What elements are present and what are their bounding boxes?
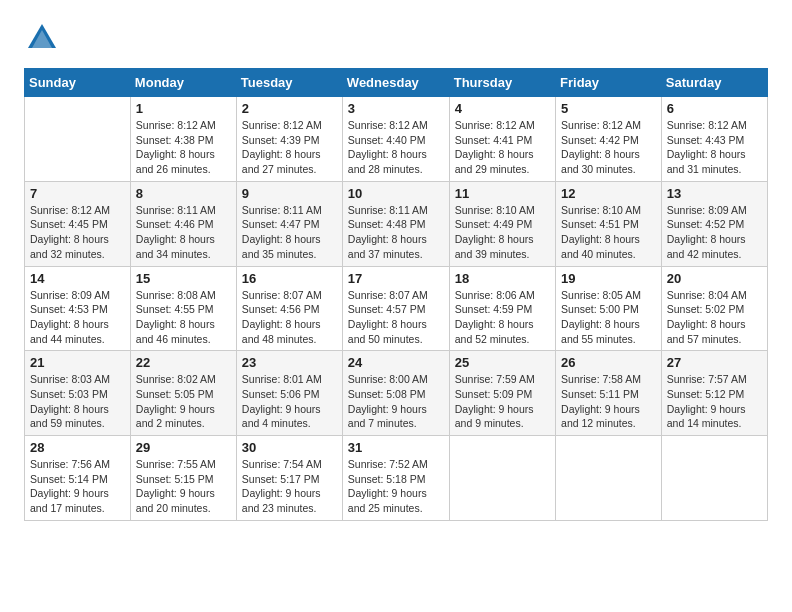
weekday-header-wednesday: Wednesday [342,69,449,97]
day-info: Sunrise: 8:12 AMSunset: 4:41 PMDaylight:… [455,118,550,177]
day-info: Sunrise: 7:56 AMSunset: 5:14 PMDaylight:… [30,457,125,516]
day-cell: 18Sunrise: 8:06 AMSunset: 4:59 PMDayligh… [449,266,555,351]
day-info: Sunrise: 8:11 AMSunset: 4:47 PMDaylight:… [242,203,337,262]
calendar-table: SundayMondayTuesdayWednesdayThursdayFrid… [24,68,768,521]
day-info: Sunrise: 8:11 AMSunset: 4:46 PMDaylight:… [136,203,231,262]
day-number: 25 [455,355,550,370]
day-info: Sunrise: 8:05 AMSunset: 5:00 PMDaylight:… [561,288,656,347]
day-number: 26 [561,355,656,370]
week-row-5: 28Sunrise: 7:56 AMSunset: 5:14 PMDayligh… [25,436,768,521]
day-number: 12 [561,186,656,201]
day-cell: 3Sunrise: 8:12 AMSunset: 4:40 PMDaylight… [342,97,449,182]
day-info: Sunrise: 8:12 AMSunset: 4:38 PMDaylight:… [136,118,231,177]
day-info: Sunrise: 7:59 AMSunset: 5:09 PMDaylight:… [455,372,550,431]
day-info: Sunrise: 8:12 AMSunset: 4:40 PMDaylight:… [348,118,444,177]
day-info: Sunrise: 8:12 AMSunset: 4:42 PMDaylight:… [561,118,656,177]
day-number: 24 [348,355,444,370]
day-number: 14 [30,271,125,286]
day-info: Sunrise: 8:12 AMSunset: 4:39 PMDaylight:… [242,118,337,177]
day-number: 11 [455,186,550,201]
day-cell: 23Sunrise: 8:01 AMSunset: 5:06 PMDayligh… [236,351,342,436]
day-info: Sunrise: 8:01 AMSunset: 5:06 PMDaylight:… [242,372,337,431]
day-cell: 24Sunrise: 8:00 AMSunset: 5:08 PMDayligh… [342,351,449,436]
day-info: Sunrise: 8:06 AMSunset: 4:59 PMDaylight:… [455,288,550,347]
week-row-2: 7Sunrise: 8:12 AMSunset: 4:45 PMDaylight… [25,181,768,266]
day-info: Sunrise: 8:10 AMSunset: 4:49 PMDaylight:… [455,203,550,262]
day-cell: 11Sunrise: 8:10 AMSunset: 4:49 PMDayligh… [449,181,555,266]
day-cell: 30Sunrise: 7:54 AMSunset: 5:17 PMDayligh… [236,436,342,521]
day-number: 10 [348,186,444,201]
day-info: Sunrise: 8:00 AMSunset: 5:08 PMDaylight:… [348,372,444,431]
day-cell: 9Sunrise: 8:11 AMSunset: 4:47 PMDaylight… [236,181,342,266]
day-info: Sunrise: 7:58 AMSunset: 5:11 PMDaylight:… [561,372,656,431]
day-info: Sunrise: 8:09 AMSunset: 4:52 PMDaylight:… [667,203,762,262]
day-cell: 16Sunrise: 8:07 AMSunset: 4:56 PMDayligh… [236,266,342,351]
day-cell [449,436,555,521]
day-cell: 6Sunrise: 8:12 AMSunset: 4:43 PMDaylight… [661,97,767,182]
day-cell [661,436,767,521]
day-info: Sunrise: 8:08 AMSunset: 4:55 PMDaylight:… [136,288,231,347]
day-cell: 5Sunrise: 8:12 AMSunset: 4:42 PMDaylight… [556,97,662,182]
day-cell [25,97,131,182]
day-info: Sunrise: 8:11 AMSunset: 4:48 PMDaylight:… [348,203,444,262]
day-info: Sunrise: 8:12 AMSunset: 4:45 PMDaylight:… [30,203,125,262]
day-info: Sunrise: 7:57 AMSunset: 5:12 PMDaylight:… [667,372,762,431]
day-cell: 13Sunrise: 8:09 AMSunset: 4:52 PMDayligh… [661,181,767,266]
day-cell [556,436,662,521]
weekday-header-saturday: Saturday [661,69,767,97]
day-cell: 4Sunrise: 8:12 AMSunset: 4:41 PMDaylight… [449,97,555,182]
day-cell: 22Sunrise: 8:02 AMSunset: 5:05 PMDayligh… [130,351,236,436]
day-info: Sunrise: 8:07 AMSunset: 4:56 PMDaylight:… [242,288,337,347]
day-cell: 17Sunrise: 8:07 AMSunset: 4:57 PMDayligh… [342,266,449,351]
day-info: Sunrise: 8:12 AMSunset: 4:43 PMDaylight:… [667,118,762,177]
day-cell: 20Sunrise: 8:04 AMSunset: 5:02 PMDayligh… [661,266,767,351]
day-info: Sunrise: 8:07 AMSunset: 4:57 PMDaylight:… [348,288,444,347]
day-info: Sunrise: 8:03 AMSunset: 5:03 PMDaylight:… [30,372,125,431]
day-number: 27 [667,355,762,370]
day-number: 22 [136,355,231,370]
day-number: 7 [30,186,125,201]
day-number: 13 [667,186,762,201]
weekday-header-sunday: Sunday [25,69,131,97]
day-number: 6 [667,101,762,116]
day-info: Sunrise: 8:10 AMSunset: 4:51 PMDaylight:… [561,203,656,262]
day-cell: 29Sunrise: 7:55 AMSunset: 5:15 PMDayligh… [130,436,236,521]
day-number: 16 [242,271,337,286]
page-header [24,20,768,56]
day-number: 1 [136,101,231,116]
day-number: 31 [348,440,444,455]
day-info: Sunrise: 8:09 AMSunset: 4:53 PMDaylight:… [30,288,125,347]
day-number: 4 [455,101,550,116]
day-cell: 12Sunrise: 8:10 AMSunset: 4:51 PMDayligh… [556,181,662,266]
weekday-header-friday: Friday [556,69,662,97]
day-number: 15 [136,271,231,286]
day-number: 21 [30,355,125,370]
logo [24,20,66,56]
logo-icon [24,20,60,56]
day-cell: 25Sunrise: 7:59 AMSunset: 5:09 PMDayligh… [449,351,555,436]
day-cell: 28Sunrise: 7:56 AMSunset: 5:14 PMDayligh… [25,436,131,521]
weekday-header-thursday: Thursday [449,69,555,97]
day-cell: 26Sunrise: 7:58 AMSunset: 5:11 PMDayligh… [556,351,662,436]
day-number: 17 [348,271,444,286]
day-cell: 21Sunrise: 8:03 AMSunset: 5:03 PMDayligh… [25,351,131,436]
day-cell: 7Sunrise: 8:12 AMSunset: 4:45 PMDaylight… [25,181,131,266]
week-row-1: 1Sunrise: 8:12 AMSunset: 4:38 PMDaylight… [25,97,768,182]
day-info: Sunrise: 8:04 AMSunset: 5:02 PMDaylight:… [667,288,762,347]
day-number: 29 [136,440,231,455]
day-info: Sunrise: 7:55 AMSunset: 5:15 PMDaylight:… [136,457,231,516]
day-number: 18 [455,271,550,286]
day-cell: 19Sunrise: 8:05 AMSunset: 5:00 PMDayligh… [556,266,662,351]
week-row-4: 21Sunrise: 8:03 AMSunset: 5:03 PMDayligh… [25,351,768,436]
day-number: 3 [348,101,444,116]
day-cell: 14Sunrise: 8:09 AMSunset: 4:53 PMDayligh… [25,266,131,351]
day-info: Sunrise: 7:52 AMSunset: 5:18 PMDaylight:… [348,457,444,516]
day-number: 19 [561,271,656,286]
weekday-header-tuesday: Tuesday [236,69,342,97]
day-number: 23 [242,355,337,370]
day-number: 30 [242,440,337,455]
day-info: Sunrise: 7:54 AMSunset: 5:17 PMDaylight:… [242,457,337,516]
day-cell: 2Sunrise: 8:12 AMSunset: 4:39 PMDaylight… [236,97,342,182]
day-number: 28 [30,440,125,455]
day-cell: 8Sunrise: 8:11 AMSunset: 4:46 PMDaylight… [130,181,236,266]
